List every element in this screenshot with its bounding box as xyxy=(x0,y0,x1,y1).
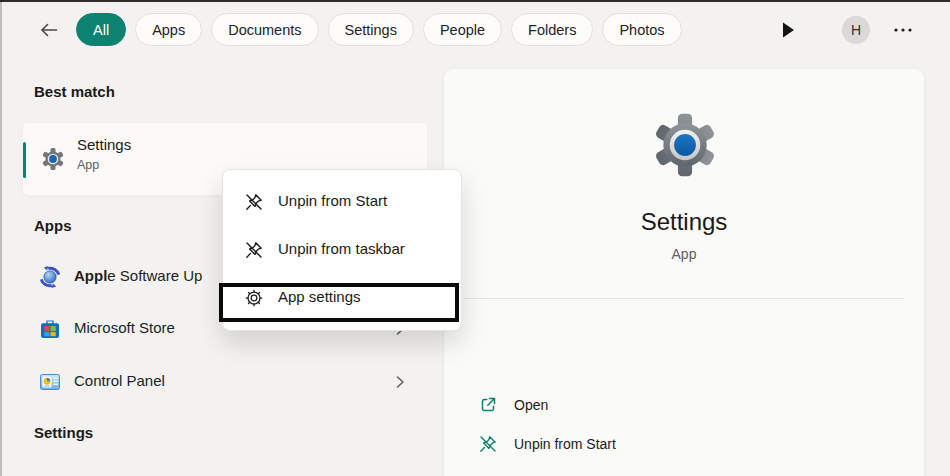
apps-section-heading: Apps xyxy=(34,217,72,234)
filter-pill-settings[interactable]: Settings xyxy=(328,13,414,46)
open-external-icon xyxy=(478,395,498,415)
best-match-title: Settings xyxy=(77,136,131,153)
chevron-right-icon[interactable] xyxy=(392,374,408,390)
arrow-left-icon xyxy=(38,19,60,41)
gear-icon xyxy=(244,288,264,308)
microsoft-store-icon xyxy=(38,317,62,341)
more-options-button[interactable] xyxy=(891,24,915,36)
action-open[interactable]: Open xyxy=(444,387,924,423)
result-label: Microsoft Store xyxy=(74,319,175,336)
window-left-border xyxy=(0,0,2,476)
search-filter-pills: All Apps Documents Settings People Folde… xyxy=(76,13,682,46)
back-button[interactable] xyxy=(36,18,62,42)
menu-item-unpin-from-taskbar[interactable]: Unpin from taskbar xyxy=(223,226,461,274)
filter-pill-all[interactable]: All xyxy=(76,13,126,46)
filter-pill-documents[interactable]: Documents xyxy=(211,13,318,46)
preview-app-title: Settings xyxy=(444,208,924,236)
result-label: Apple Software Up xyxy=(74,267,202,284)
menu-item-label: Unpin from Start xyxy=(278,192,387,209)
menu-item-unpin-from-start[interactable]: Unpin from Start xyxy=(223,178,461,226)
action-unpin-from-taskbar[interactable]: Unpin from taskbar xyxy=(444,466,924,476)
unpin-icon xyxy=(244,240,264,260)
settings-gear-icon-large xyxy=(651,111,719,179)
window-top-border xyxy=(0,0,950,2)
action-label: Unpin from Start xyxy=(514,436,616,452)
action-label: Open xyxy=(514,397,548,413)
settings-section-heading: Settings xyxy=(34,424,93,441)
play-button[interactable] xyxy=(778,20,798,40)
filter-pill-photos[interactable]: Photos xyxy=(602,13,681,46)
result-label: Control Panel xyxy=(74,372,165,389)
menu-item-label: Unpin from taskbar xyxy=(278,240,405,257)
rest-text: Control Panel xyxy=(74,372,165,389)
control-panel-icon xyxy=(38,370,62,394)
menu-item-label: App settings xyxy=(278,288,361,305)
unpin-icon xyxy=(244,192,264,212)
preview-app-type: App xyxy=(444,246,924,262)
play-icon xyxy=(780,21,796,39)
filter-pill-apps[interactable]: Apps xyxy=(135,13,202,46)
rest-text: Microsoft Store xyxy=(74,319,175,336)
filter-pill-people[interactable]: People xyxy=(423,13,502,46)
user-avatar[interactable]: H xyxy=(842,16,870,44)
menu-item-app-settings[interactable]: App settings xyxy=(223,274,461,322)
best-match-subtitle: App xyxy=(77,158,99,172)
selection-accent-bar xyxy=(23,142,26,178)
divider xyxy=(464,298,904,299)
result-control-panel[interactable]: Control Panel xyxy=(22,358,428,406)
settings-gear-icon xyxy=(41,147,65,171)
unpin-icon xyxy=(478,434,498,454)
best-match-heading: Best match xyxy=(34,83,115,100)
action-unpin-from-start[interactable]: Unpin from Start xyxy=(444,426,924,462)
apple-software-update-icon xyxy=(38,265,62,289)
matched-text: Appl xyxy=(74,267,107,284)
filter-pill-folders[interactable]: Folders xyxy=(511,13,593,46)
context-menu: Unpin from Start Unpin from taskbar App … xyxy=(222,169,462,331)
ellipsis-icon xyxy=(893,27,913,33)
rest-text: e Software Up xyxy=(107,267,202,284)
preview-panel: Settings App Open Unpin from Start Unpi xyxy=(443,68,925,476)
